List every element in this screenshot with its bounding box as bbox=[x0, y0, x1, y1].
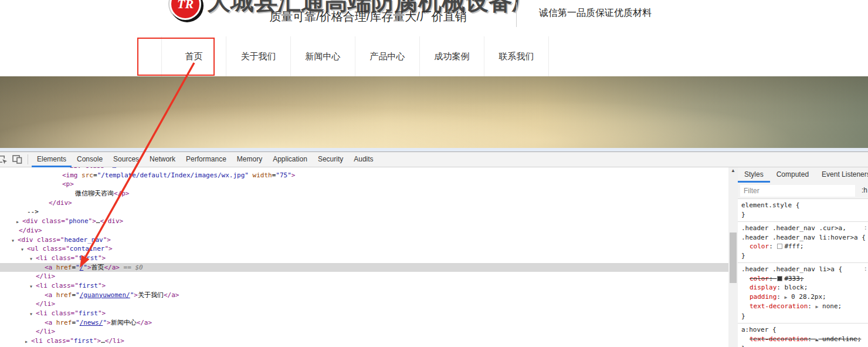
dom-node-row[interactable]: </div> bbox=[0, 198, 728, 208]
style-rule-line[interactable]: .header .header_nav li:hover>a { bbox=[738, 233, 868, 242]
style-declaration[interactable]: text-decoration: ▶ underline; bbox=[738, 335, 868, 345]
nav-item-2[interactable]: 关于我们 bbox=[226, 36, 291, 76]
style-token: display bbox=[750, 284, 777, 291]
devtools-tab-audits[interactable]: Audits bbox=[348, 152, 378, 167]
dom-node-row[interactable]: </li> bbox=[0, 272, 728, 281]
pseudo-state-toggle[interactable]: :h bbox=[862, 186, 867, 194]
dom-node-row[interactable]: ▾<ul class="container"> bbox=[0, 244, 728, 254]
code-token: container bbox=[70, 245, 105, 252]
scrollbar-up-icon[interactable]: ▲ bbox=[728, 168, 738, 173]
site-tagline: 质量可靠/价格合理/库存量大/厂价直销 bbox=[258, 9, 478, 25]
color-swatch[interactable] bbox=[777, 276, 782, 281]
site-header: TR 大城县汇通高端防腐机械设备厂 质量可靠/价格合理/库存量大/厂价直销 诚信… bbox=[0, 0, 868, 36]
style-rule-line[interactable]: } bbox=[738, 312, 868, 321]
dom-node-row[interactable]: 微信聊天咨询</p> bbox=[0, 189, 728, 198]
nav-item-6[interactable]: 联系我们 bbox=[484, 36, 549, 76]
expand-arrow-open-icon[interactable]: ▾ bbox=[29, 309, 33, 318]
style-token: color bbox=[750, 242, 769, 250]
hero-banner: 塑造高端机器 前沿尖端品牌 Mold the leading edge of t… bbox=[0, 76, 868, 151]
devtools-tab-sources[interactable]: Sources bbox=[108, 152, 144, 167]
style-token: : bbox=[808, 302, 815, 310]
dom-node-row[interactable]: <p> bbox=[0, 180, 728, 189]
dom-node-row[interactable]: ▾<li class="first"> bbox=[0, 254, 728, 263]
sidebar-tab-styles[interactable]: Styles bbox=[738, 167, 770, 182]
style-token: : bbox=[777, 293, 784, 301]
code-token: "> bbox=[98, 282, 106, 289]
dom-node-row[interactable]: </li> bbox=[0, 299, 728, 309]
code-token: </li> bbox=[105, 337, 124, 345]
style-token: .header .header_nav .cur>a, bbox=[741, 224, 846, 232]
style-declaration[interactable]: color: #333; bbox=[738, 274, 868, 284]
dom-node-row[interactable]: ▾<li class="first"> bbox=[0, 309, 728, 318]
style-token: 0 28.2px; bbox=[787, 293, 826, 301]
style-declaration[interactable]: text-decoration: ▶ none; bbox=[738, 302, 868, 312]
styles-sidebar: StylesComputedEvent Listeners :h element… bbox=[738, 167, 868, 347]
style-token: #fff; bbox=[784, 242, 803, 250]
style-rule-line[interactable]: a:hover { bbox=[738, 325, 868, 335]
code-token: first bbox=[74, 337, 93, 345]
dom-node-row[interactable]: --> bbox=[0, 207, 728, 217]
styles-filter-input[interactable] bbox=[740, 185, 855, 197]
code-token: href bbox=[52, 291, 72, 299]
devtools-tab-security[interactable]: Security bbox=[313, 152, 348, 167]
code-token: </div> bbox=[100, 217, 123, 225]
dom-node-row[interactable]: <a href="/news/">新闻中心</a> bbox=[0, 318, 728, 328]
expand-arrow-open-icon[interactable]: ▾ bbox=[29, 282, 33, 291]
expand-arrow-open-icon[interactable]: ▾ bbox=[21, 245, 24, 254]
style-rule-line[interactable]: } bbox=[738, 210, 868, 220]
devtools-tab-memory[interactable]: Memory bbox=[232, 152, 267, 167]
code-token: <div class=" bbox=[66, 167, 112, 170]
style-rule-line[interactable]: } bbox=[738, 251, 868, 261]
dom-node-row[interactable]: </div> bbox=[0, 226, 728, 235]
sidebar-tab-event-listeners[interactable]: Event Listeners bbox=[815, 167, 868, 182]
header-divider bbox=[516, 2, 517, 27]
attribute-value-link[interactable]: /guanyuwomen/ bbox=[80, 291, 130, 299]
site-logo[interactable]: TR bbox=[169, 0, 201, 20]
style-rule-line[interactable]: .header .header_nav li>a { bbox=[738, 265, 868, 274]
style-rule-line[interactable]: } bbox=[738, 344, 868, 347]
nav-item-3[interactable]: 新闻中心 bbox=[291, 36, 355, 76]
devtools-tab-console[interactable]: Console bbox=[72, 152, 108, 167]
style-declaration[interactable]: color: #fff; bbox=[738, 242, 868, 251]
code-token: </li> bbox=[36, 272, 55, 280]
code-token: > bbox=[134, 291, 138, 299]
inspect-element-icon[interactable] bbox=[0, 153, 9, 167]
style-rule-line[interactable]: element.style { bbox=[738, 201, 868, 210]
style-rule-source-link-fragment[interactable]: : bbox=[863, 224, 867, 231]
dom-node-row[interactable]: </li> bbox=[0, 327, 728, 336]
expand-arrow-closed-icon[interactable]: ▸ bbox=[16, 217, 19, 226]
expand-arrow-open-icon[interactable]: ▾ bbox=[29, 254, 33, 263]
style-declaration[interactable]: display: block; bbox=[738, 283, 868, 292]
elements-scrollbar[interactable]: ▲ bbox=[728, 167, 738, 347]
sidebar-tab-computed[interactable]: Computed bbox=[770, 167, 815, 182]
expand-arrow-open-icon[interactable]: ▾ bbox=[11, 236, 15, 245]
style-declaration[interactable]: padding: ▶ 0 28.2px; bbox=[738, 292, 868, 302]
selected-dom-node-row[interactable]: <a href="/">首页</a> == $0 bbox=[0, 263, 728, 272]
code-token: "> bbox=[104, 245, 112, 252]
dom-node-row[interactable]: ▸<li class="first">…</li> bbox=[0, 336, 728, 346]
nav-item-1[interactable]: 首页 bbox=[162, 36, 226, 76]
dom-node-row[interactable]: ▾<li class="first"> bbox=[0, 281, 728, 291]
style-token: none; bbox=[818, 302, 842, 310]
nav-item-5[interactable]: 成功案例 bbox=[420, 36, 484, 76]
dom-node-row[interactable]: ▾<div class="header_nav"> bbox=[0, 235, 728, 245]
dom-node-row[interactable]: <img src="/template/default/Index/images… bbox=[0, 171, 728, 180]
dom-node-row[interactable]: ▸<div class="phone">…</div> bbox=[0, 217, 728, 226]
dom-node-row[interactable]: <a href="/guanyuwomen/">关于我们</a> bbox=[0, 291, 728, 300]
attribute-value-link[interactable]: /news/ bbox=[80, 319, 103, 326]
code-token: > bbox=[87, 264, 91, 271]
code-token: > bbox=[107, 319, 111, 326]
devtools-tab-elements[interactable]: Elements bbox=[32, 152, 72, 167]
devtools-tab-network[interactable]: Network bbox=[144, 152, 181, 167]
device-toolbar-icon[interactable] bbox=[10, 153, 24, 167]
scrollbar-thumb[interactable] bbox=[730, 233, 737, 283]
nav-item-4[interactable]: 产品中心 bbox=[355, 36, 420, 76]
style-rule-line[interactable]: .header .header_nav .cur>a, bbox=[738, 224, 868, 233]
color-swatch[interactable] bbox=[777, 244, 782, 249]
expand-arrow-closed-icon[interactable]: ▸ bbox=[25, 337, 28, 346]
code-token: <div class=" bbox=[22, 217, 69, 225]
devtools-tab-performance[interactable]: Performance bbox=[181, 152, 232, 167]
style-token: text-decoration bbox=[750, 335, 808, 343]
style-rule-source-link-fragment[interactable]: : bbox=[863, 265, 867, 272]
devtools-tab-application[interactable]: Application bbox=[267, 152, 313, 167]
